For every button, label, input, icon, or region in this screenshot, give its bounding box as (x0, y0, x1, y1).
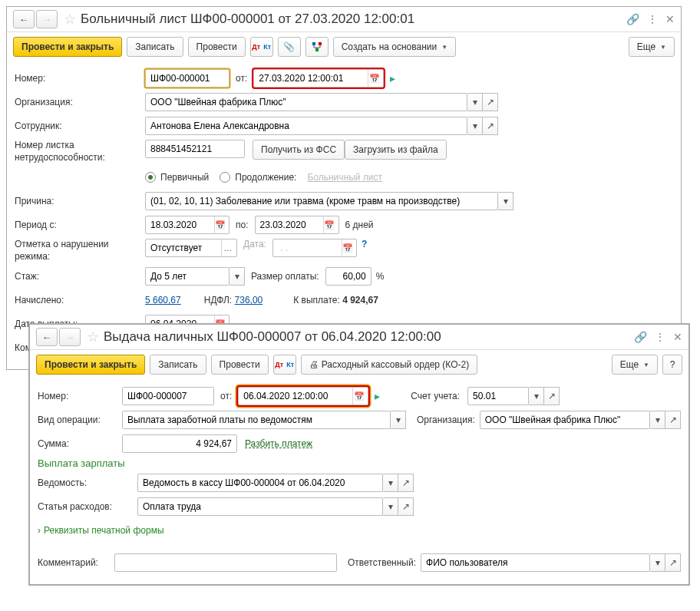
more-button[interactable]: Еще▼ (629, 37, 675, 57)
open-ref-icon[interactable]: ↗ (483, 117, 498, 135)
write-button[interactable]: Записать (127, 37, 183, 57)
status-ok-icon[interactable]: ▸ (390, 72, 395, 84)
titlebar: ← → ☆ Выдача наличных ШФ00-000007 от 06.… (30, 325, 688, 350)
nav-back-button[interactable]: ← (36, 328, 58, 346)
help-button[interactable]: ? (662, 355, 682, 375)
window-title: Выдача наличных ШФ00-000007 от 06.04.202… (104, 329, 634, 345)
date-input[interactable] (242, 388, 352, 404)
calendar-icon[interactable]: 📅 (323, 216, 335, 233)
accrued-link[interactable]: 5 660,67 (145, 295, 181, 306)
cash-out-window: ← → ☆ Выдача наличных ШФ00-000007 от 06.… (29, 324, 689, 585)
employee-input[interactable] (149, 118, 464, 134)
calendar-icon[interactable]: 📅 (352, 388, 365, 405)
open-ref-icon[interactable]: ↗ (398, 474, 414, 492)
number-input[interactable] (149, 71, 226, 86)
dt-kt-button[interactable]: ДтКт (250, 37, 273, 57)
dt-kt-button[interactable]: ДтКт (273, 355, 296, 375)
close-icon[interactable]: ✕ (665, 13, 675, 25)
expense-item-input[interactable] (141, 499, 379, 514)
printer-icon: 🖨 (309, 359, 319, 370)
period-from-input[interactable] (149, 217, 214, 233)
create-based-button[interactable]: Создать на основании▼ (333, 37, 456, 57)
hierarchy-icon (311, 41, 323, 53)
close-icon[interactable]: ✕ (673, 331, 682, 343)
nav-back-button[interactable]: ← (13, 10, 35, 28)
get-fss-button[interactable]: Получить из ФСС (253, 140, 345, 160)
attach-icon[interactable]: 📎 (278, 37, 301, 57)
post-and-close-button[interactable]: Провести и закрыть (36, 355, 145, 375)
dropdown-icon[interactable]: ▾ (383, 497, 398, 516)
to-pay-label: К выплате: (293, 295, 340, 306)
sheet-no-input[interactable] (149, 141, 241, 157)
ndfl-link[interactable]: 736,00 (235, 295, 263, 306)
violation-label: Отметка о нарушении режима: (15, 239, 145, 263)
violation-input[interactable] (149, 240, 221, 256)
open-ref-icon[interactable]: ↗ (483, 93, 498, 111)
print-ko2-button[interactable]: 🖨Расходный кассовый ордер (КО-2) (301, 355, 478, 375)
statement-input[interactable] (141, 475, 379, 490)
write-button[interactable]: Записать (150, 355, 206, 375)
dropdown-icon[interactable]: ▾ (529, 387, 544, 405)
dropdown-icon[interactable]: ▾ (498, 192, 513, 210)
dropdown-icon[interactable]: ▾ (467, 93, 483, 111)
responsible-input[interactable] (424, 555, 646, 570)
op-type-input[interactable] (126, 412, 387, 428)
dropdown-icon[interactable]: ▾ (650, 553, 665, 572)
from-label: от: (214, 391, 238, 401)
open-ref-icon[interactable]: ↗ (665, 411, 681, 429)
favorite-star-icon[interactable]: ☆ (87, 329, 99, 345)
ellipsis-icon[interactable]: … (221, 239, 233, 256)
calendar-icon[interactable]: 📅 (214, 216, 226, 233)
org-select: ▾ ↗ (145, 93, 498, 111)
pay-rate-input[interactable] (329, 269, 368, 284)
dropdown-icon[interactable]: ▾ (650, 411, 665, 429)
viol-date-input[interactable] (276, 240, 342, 256)
open-ref-icon[interactable]: ↗ (544, 387, 560, 405)
open-ref-icon[interactable]: ↗ (665, 553, 681, 572)
nav-forward-button[interactable]: → (59, 328, 81, 346)
viol-date-label: Дата: (237, 239, 272, 249)
dropdown-icon[interactable]: ▾ (383, 474, 398, 492)
more-button[interactable]: Еще▼ (612, 355, 658, 375)
menu-icon[interactable]: ⋮ (647, 13, 658, 25)
dropdown-icon[interactable]: ▾ (467, 117, 483, 135)
employee-select: ▾ ↗ (145, 117, 498, 135)
split-payment-link[interactable]: Разбить платеж (245, 438, 312, 449)
open-ref-icon[interactable]: ↗ (398, 497, 414, 516)
link-icon[interactable]: 🔗 (634, 331, 647, 343)
help-icon[interactable]: ? (362, 239, 367, 249)
more-label: Еще (637, 41, 655, 52)
comment-input[interactable] (118, 555, 333, 570)
post-button[interactable]: Провести (211, 355, 269, 375)
structure-icon[interactable] (305, 37, 329, 57)
calendar-icon[interactable]: 📅 (342, 239, 353, 256)
sum-input[interactable] (126, 436, 233, 451)
menu-icon[interactable]: ⋮ (655, 331, 665, 343)
expand-icon[interactable]: › (38, 525, 41, 536)
favorite-star-icon[interactable]: ☆ (64, 11, 76, 28)
status-ok-icon[interactable]: ▸ (375, 390, 380, 402)
toolbar: Провести и закрыть Записать Провести ДтК… (7, 32, 681, 61)
nav-forward-button[interactable]: → (36, 10, 58, 28)
primary-radio[interactable]: Первичный (145, 172, 209, 183)
account-input[interactable] (471, 388, 525, 404)
org-label: Организация: (417, 414, 475, 425)
seniority-input[interactable] (149, 269, 226, 284)
org-input[interactable] (149, 94, 464, 110)
load-file-button[interactable]: Загрузить из файла (345, 140, 447, 160)
dropdown-icon[interactable]: ▾ (391, 411, 406, 429)
calendar-icon[interactable]: 📅 (368, 70, 380, 87)
period-to-input[interactable] (259, 217, 324, 233)
number-input[interactable] (126, 388, 210, 404)
post-and-close-button[interactable]: Провести и закрыть (13, 37, 122, 57)
post-button[interactable]: Провести (188, 37, 246, 57)
link-icon[interactable]: 🔗 (626, 13, 639, 25)
continuation-radio[interactable]: Продолжение: (220, 172, 296, 183)
dropdown-icon[interactable]: ▾ (229, 267, 245, 286)
to-pay-value: 4 924,67 (342, 295, 378, 306)
date-input[interactable] (257, 71, 368, 86)
org-input[interactable] (484, 412, 646, 428)
print-details-link[interactable]: Реквизиты печатной формы (44, 525, 164, 536)
reason-input[interactable] (149, 193, 494, 209)
pay-rate-label: Размер оплаты: (245, 271, 325, 282)
